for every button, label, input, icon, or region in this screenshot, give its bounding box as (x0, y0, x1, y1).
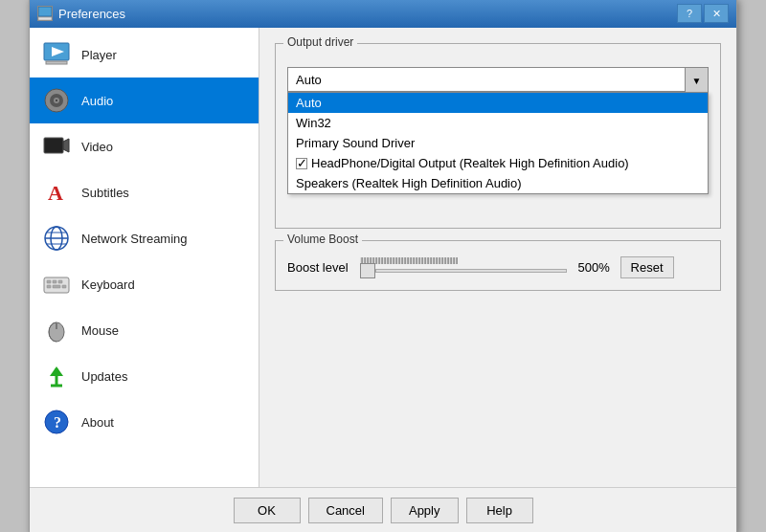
boost-row: Boost level ‖‖‖‖‖‖‖‖‖‖‖‖‖‖‖‖‖‖‖‖‖‖‖‖‖‖‖‖… (287, 256, 709, 278)
boost-value: 500% (578, 260, 613, 275)
preferences-window: Preferences ? ✕ Player (29, 0, 737, 532)
updates-icon (41, 361, 72, 391)
slider-thumb-left[interactable] (360, 263, 375, 278)
svg-rect-19 (53, 280, 56, 283)
bottom-bar: OK Cancel Apply Help (30, 487, 736, 532)
keyboard-icon (41, 269, 72, 299)
player-icon (41, 39, 72, 70)
sidebar-item-video[interactable]: Video (30, 123, 259, 169)
dropdown-list: Auto Win32 Primary Sound Driver ✓ HeadPh… (287, 92, 709, 194)
svg-rect-3 (46, 61, 67, 64)
sidebar-item-about[interactable]: ? About (30, 399, 259, 445)
title-bar: Preferences ? ✕ (30, 0, 736, 28)
svg-text:?: ? (54, 414, 61, 431)
dropdown-option-auto[interactable]: Auto (288, 93, 708, 113)
svg-marker-10 (63, 139, 69, 152)
sidebar-item-player[interactable]: Player (30, 32, 259, 78)
svg-rect-20 (58, 280, 62, 283)
app-icon (37, 6, 53, 21)
main-panel: Output driver Auto ▼ Auto (259, 28, 736, 487)
svg-rect-1 (38, 17, 52, 20)
output-driver-dropdown-container: Auto ▼ Auto Win32 Prima (287, 67, 709, 92)
dropdown-option-win32[interactable]: Win32 (288, 113, 708, 133)
boost-slider-area: ‖‖‖‖‖‖‖‖‖‖‖‖‖‖‖‖‖‖‖‖‖‖‖‖‖‖‖‖‖‖‖‖‖‖ (360, 256, 567, 278)
dropdown-option-primary[interactable]: Primary Sound Driver (288, 133, 708, 153)
svg-rect-18 (47, 280, 51, 283)
output-driver-title: Output driver (283, 35, 357, 49)
volume-boost-title: Volume Boost (283, 233, 362, 246)
svg-rect-21 (47, 285, 51, 288)
title-bar-left: Preferences (37, 6, 125, 21)
title-buttons: ? ✕ (677, 4, 729, 23)
sidebar-label-player: Player (81, 48, 117, 62)
output-driver-group: Output driver Auto ▼ Auto (275, 43, 721, 229)
video-icon (41, 131, 72, 162)
slider-track-area (360, 263, 567, 278)
sidebar-label-mouse: Mouse (81, 323, 119, 338)
sidebar-label-video: Video (81, 140, 113, 154)
svg-marker-28 (50, 366, 63, 376)
sidebar-label-about: About (81, 415, 114, 430)
slider-track[interactable] (375, 269, 567, 273)
dropdown-option-speakers[interactable]: Speakers (Realtek High Definition Audio) (288, 173, 708, 193)
boost-label: Boost level (287, 260, 349, 275)
svg-rect-0 (38, 7, 52, 16)
sidebar-label-keyboard: Keyboard (81, 277, 135, 292)
output-driver-content: Auto ▼ Auto Win32 Prima (276, 52, 720, 228)
network-icon (41, 223, 72, 254)
help-button[interactable]: Help (466, 498, 533, 523)
svg-rect-22 (53, 285, 60, 288)
headphone-checkbox: ✓ (296, 158, 307, 169)
reset-button[interactable]: Reset (620, 256, 674, 278)
sidebar-item-mouse[interactable]: Mouse (30, 307, 259, 353)
sidebar-item-network[interactable]: Network Streaming (30, 215, 259, 261)
sidebar-label-subtitles: Subtitles (81, 186, 129, 200)
svg-rect-9 (44, 138, 63, 153)
close-button[interactable]: ✕ (704, 4, 729, 23)
sidebar-label-audio: Audio (81, 94, 113, 108)
content-area: Player Audio (30, 28, 736, 487)
sidebar-item-keyboard[interactable]: Keyboard (30, 261, 259, 307)
sidebar-label-updates: Updates (81, 369, 127, 384)
dropdown-option-headphone[interactable]: ✓ HeadPhone/Digital Output (Realtek High… (288, 153, 708, 173)
ok-button[interactable]: OK (234, 498, 301, 523)
help-title-button[interactable]: ? (677, 4, 702, 23)
window-title: Preferences (58, 7, 125, 21)
audio-icon (41, 85, 72, 116)
cancel-button[interactable]: Cancel (308, 498, 383, 523)
svg-point-8 (56, 100, 57, 101)
sidebar-item-subtitles[interactable]: A Subtitles (30, 169, 259, 215)
svg-text:A: A (48, 181, 63, 205)
svg-rect-23 (62, 285, 66, 288)
about-icon: ? (41, 407, 72, 437)
sidebar: Player Audio (30, 28, 259, 487)
slider-tick-marks: ‖‖‖‖‖‖‖‖‖‖‖‖‖‖‖‖‖‖‖‖‖‖‖‖‖‖‖‖‖‖‖‖‖‖ (360, 256, 567, 263)
volume-boost-content: Boost level ‖‖‖‖‖‖‖‖‖‖‖‖‖‖‖‖‖‖‖‖‖‖‖‖‖‖‖‖… (276, 241, 720, 290)
apply-button[interactable]: Apply (391, 498, 459, 523)
output-driver-dropdown[interactable]: Auto ▼ (287, 67, 709, 92)
dropdown-selected-value: Auto (296, 73, 322, 87)
sidebar-item-audio[interactable]: Audio (30, 78, 259, 123)
sidebar-label-network: Network Streaming (81, 232, 188, 246)
sidebar-item-updates[interactable]: Updates (30, 353, 259, 399)
subtitles-icon: A (41, 177, 72, 208)
dropdown-arrow-icon: ▼ (685, 68, 708, 93)
volume-boost-group: Volume Boost Boost level ‖‖‖‖‖‖‖‖‖‖‖‖‖‖‖… (275, 240, 721, 291)
mouse-icon (41, 315, 72, 345)
